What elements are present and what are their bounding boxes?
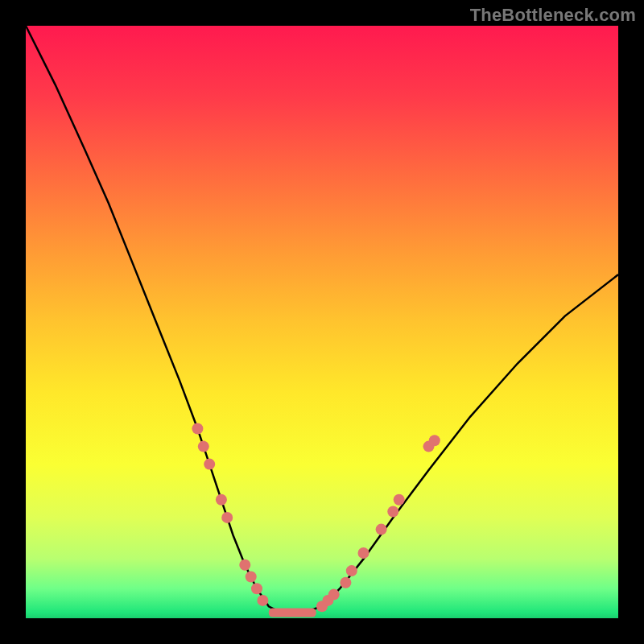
curve-marker bbox=[239, 559, 250, 571]
watermark-text: TheBottleneck.com bbox=[470, 5, 636, 26]
curve-marker bbox=[387, 506, 398, 518]
chart-frame: TheBottleneck.com bbox=[0, 0, 644, 644]
curve-marker bbox=[251, 583, 262, 594]
bottleneck-curve bbox=[26, 26, 618, 613]
curve-marker bbox=[192, 423, 203, 435]
curve-svg bbox=[26, 26, 618, 618]
curve-marker bbox=[198, 441, 209, 452]
plot-area bbox=[26, 26, 618, 618]
markers-left bbox=[192, 423, 268, 606]
curve-marker bbox=[346, 565, 357, 576]
curve-marker bbox=[340, 577, 351, 588]
curve-marker bbox=[204, 459, 215, 470]
markers-right bbox=[316, 435, 440, 612]
curve-marker bbox=[429, 435, 440, 446]
curve-marker bbox=[257, 595, 268, 606]
curve-marker bbox=[246, 572, 257, 583]
curve-marker bbox=[328, 589, 340, 601]
curve-marker bbox=[358, 547, 369, 559]
curve-marker bbox=[216, 494, 227, 506]
curve-marker bbox=[394, 494, 405, 506]
curve-marker bbox=[221, 512, 233, 523]
flat-bottom-segment bbox=[269, 609, 316, 617]
curve-marker bbox=[376, 524, 387, 535]
